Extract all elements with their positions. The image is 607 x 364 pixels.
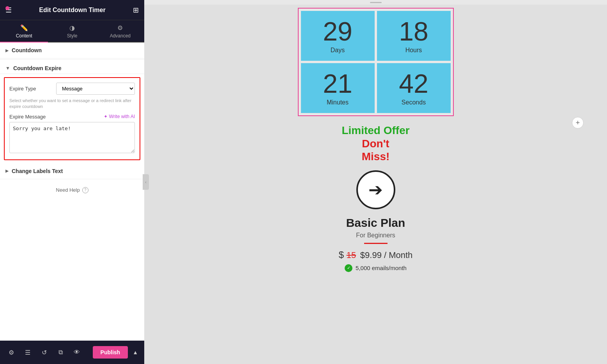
minutes-label: Minutes [327, 99, 349, 106]
divider1 [0, 59, 144, 60]
plan-title: Basic Plan [346, 216, 405, 230]
top-bar-dash [370, 2, 382, 3]
expire-type-label: Expire Type [9, 86, 56, 92]
footer-expand-icon[interactable]: ▲ [131, 348, 140, 357]
panel-footer: ⚙ ☰ ↺ ⧉ 👁 Publish ▲ [0, 341, 144, 364]
tab-style[interactable]: ◑ Style [48, 20, 96, 42]
feature-check-icon: ✓ [345, 264, 352, 272]
seconds-number: 42 [399, 70, 428, 97]
write-with-ai-button[interactable]: ✦ Write with AI [104, 114, 135, 119]
countdown-cell-hours: 18 Hours [377, 11, 451, 61]
grid-icon[interactable]: ⊞ [133, 6, 139, 14]
change-labels-label: Change Labels Text [12, 168, 63, 174]
tab-advanced-label: Advanced [110, 33, 131, 39]
countdown-cell-minutes: 21 Minutes [301, 63, 375, 113]
days-number: 29 [323, 18, 352, 44]
tab-advanced[interactable]: ⚙ Advanced [96, 20, 144, 42]
hours-label: Hours [405, 47, 422, 54]
right-arrow-icon: ➔ [368, 180, 383, 200]
change-labels-arrow-icon: ▶ [5, 169, 9, 173]
seconds-label: Seconds [402, 99, 426, 106]
layers-footer-icon[interactable]: ☰ [21, 346, 34, 359]
content-icon: ✏️ [20, 24, 28, 32]
expire-expand-icon: ▼ [5, 65, 10, 71]
tab-content-label: Content [16, 33, 32, 39]
minutes-number: 21 [323, 70, 352, 97]
countdown-arrow-icon: ▶ [5, 48, 9, 53]
tabs-bar: ✏️ Content ◑ Style ⚙ Advanced [0, 20, 144, 42]
promo-line3: Miss! [362, 150, 390, 163]
countdown-cell-days: 29 Days [301, 11, 375, 61]
price-old: 15 [347, 250, 356, 260]
publish-button[interactable]: Publish [93, 346, 128, 359]
expire-type-row: Expire Type Message Redirect Link None [9, 83, 135, 95]
promo-line2: Don't [362, 138, 389, 150]
add-section-button[interactable]: + [572, 117, 584, 129]
plan-divider [364, 243, 388, 244]
expire-msg-row: Expire Message ✦ Write with AI [9, 114, 135, 120]
panel-header: ☰ Edit Countdown Timer ⊞ [0, 0, 144, 20]
change-labels-row[interactable]: ▶ Change Labels Text [0, 163, 144, 179]
hours-number: 18 [399, 18, 428, 44]
content-wrapper: 29 Days 18 Hours 21 Minutes 42 Seconds L… [216, 8, 536, 274]
history-footer-icon[interactable]: ↺ [37, 346, 51, 359]
promo-dont-miss: Don't Miss! [362, 137, 390, 163]
top-bar [144, 0, 607, 5]
countdown-expire-label: Countdown Expire [13, 65, 62, 71]
countdown-section-row[interactable]: ▶ Countdown [0, 42, 144, 58]
plan-feature-1: ✓ 5,000 emails/month [345, 264, 407, 272]
countdown-cell-seconds: 42 Seconds [377, 63, 451, 113]
left-panel: ☰ Edit Countdown Timer ⊞ ✏️ Content ◑ St… [0, 0, 144, 364]
collapse-handle[interactable]: ‹ [143, 174, 149, 190]
panel-title: Edit Countdown Timer [39, 7, 105, 14]
price-currency: $ [339, 249, 344, 260]
expire-section-box: Expire Type Message Redirect Link None S… [4, 77, 140, 160]
tab-content[interactable]: ✏️ Content [0, 20, 48, 42]
advanced-icon: ⚙ [117, 24, 123, 32]
settings-footer-icon[interactable]: ⚙ [5, 346, 18, 359]
tab-style-label: Style [67, 33, 78, 39]
arrow-circle-icon[interactable]: ➔ [356, 170, 395, 209]
expire-message-textarea[interactable]: Sorry you are late! [9, 122, 135, 153]
feature-1-text: 5,000 emails/month [356, 265, 407, 271]
need-help-label: Need Help [56, 187, 80, 193]
need-help[interactable]: Need Help ? [0, 179, 144, 201]
expire-msg-label: Expire Message [9, 114, 46, 120]
price-new: $9.99 / Month [360, 250, 413, 260]
panel-content: ▶ Countdown ▼ Countdown Expire Expire Ty… [0, 42, 144, 341]
countdown-grid: 29 Days 18 Hours 21 Minutes 42 Seconds [298, 8, 454, 116]
countdown-section-label: Countdown [12, 47, 42, 53]
plan-price: $ 15 $9.99 / Month [339, 249, 413, 260]
panel-dot [5, 6, 9, 10]
countdown-expire-section-row[interactable]: ▼ Countdown Expire [0, 60, 144, 74]
help-icon: ? [82, 187, 88, 193]
copy-footer-icon[interactable]: ⧉ [54, 346, 67, 359]
plan-subtitle: For Beginners [356, 232, 395, 239]
preview-footer-icon[interactable]: 👁 [70, 346, 83, 359]
expire-hint: Select whether you want to set a message… [9, 98, 135, 110]
style-icon: ◑ [69, 24, 75, 32]
main-area: 29 Days 18 Hours 21 Minutes 42 Seconds L… [144, 0, 607, 364]
promo-limited-offer: Limited Offer [342, 124, 409, 137]
expire-type-select[interactable]: Message Redirect Link None [56, 83, 135, 95]
days-label: Days [331, 47, 345, 54]
